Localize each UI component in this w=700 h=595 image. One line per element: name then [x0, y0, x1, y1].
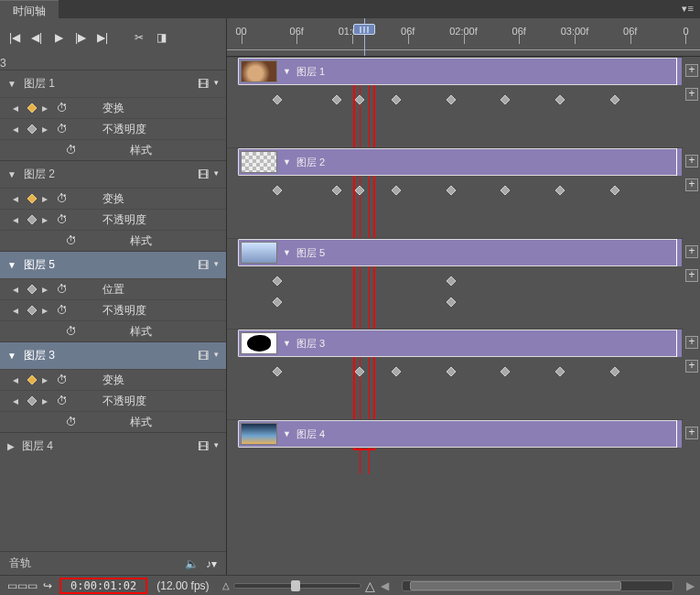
keyframe-lane[interactable]: [227, 265, 684, 287]
next-keyframe-icon[interactable]: ▸: [42, 123, 51, 135]
layer-header[interactable]: ▼图层 1🎞▾: [0, 70, 226, 97]
stopwatch-icon[interactable]: ⏱: [57, 192, 70, 205]
expand-caret-icon[interactable]: ▼: [7, 351, 16, 361]
property-row[interactable]: ⏱样式: [0, 230, 226, 251]
stopwatch-icon[interactable]: ⏱: [66, 416, 79, 428]
filmstrip-icon[interactable]: 🎞: [198, 350, 209, 362]
property-row[interactable]: ◂▸⏱不透明度: [0, 209, 226, 230]
track-lane[interactable]: ▼图层 3: [227, 329, 684, 356]
track-lane[interactable]: ▼图层 5: [227, 238, 684, 265]
split-clip-button[interactable]: ✂: [130, 28, 148, 47]
layer-header[interactable]: ▶图层 4🎞▾: [0, 432, 226, 460]
track-lane[interactable]: ▼图层 1: [227, 57, 684, 84]
prev-keyframe-icon[interactable]: ◂: [13, 192, 22, 205]
property-row[interactable]: ◂▸⏱位置: [0, 278, 226, 299]
keyframe-toggle[interactable]: [27, 396, 37, 406]
expand-caret-icon[interactable]: ▼: [7, 260, 16, 270]
keyframe-lane[interactable]: [227, 175, 684, 196]
property-row[interactable]: ⏱样式: [0, 320, 226, 341]
zoom-slider[interactable]: △ △: [222, 579, 375, 593]
filmstrip-icon[interactable]: 🎞: [198, 168, 209, 181]
prev-keyframe-icon[interactable]: ◂: [13, 213, 22, 226]
next-frame-button[interactable]: |▶: [71, 28, 90, 47]
prev-keyframe-icon[interactable]: ◂: [13, 395, 22, 407]
stopwatch-icon[interactable]: ⏱: [57, 373, 70, 386]
playhead-handle[interactable]: [353, 24, 375, 35]
keyframe-lane[interactable]: [227, 105, 684, 126]
stopwatch-icon[interactable]: ⏱: [57, 213, 70, 226]
keyframe-lane[interactable]: [227, 377, 684, 398]
keyframe-toggle[interactable]: [27, 306, 37, 315]
property-row[interactable]: ⏱样式: [0, 139, 226, 160]
music-icon[interactable]: ♪▾: [206, 557, 217, 570]
panel-menu-icon[interactable]: ▾≡: [682, 3, 695, 15]
keyframe-lane[interactable]: [227, 356, 684, 377]
loop-icon[interactable]: ↪: [43, 579, 52, 592]
zoom-in-icon[interactable]: △: [365, 579, 375, 593]
clip-caret-icon[interactable]: ▼: [283, 339, 291, 348]
goto-last-button[interactable]: ▶|: [93, 28, 112, 47]
next-keyframe-icon[interactable]: ▸: [42, 395, 51, 407]
play-button[interactable]: ▶: [49, 28, 68, 47]
transition-button[interactable]: ◨: [152, 28, 170, 47]
layer-header[interactable]: ▼图层 5🎞▾: [0, 251, 226, 278]
stopwatch-icon[interactable]: ⏱: [66, 234, 79, 247]
next-keyframe-icon[interactable]: ▸: [42, 283, 51, 296]
keyframe-lane[interactable]: [227, 308, 684, 329]
keyframe-lane[interactable]: [227, 196, 684, 217]
add-keyframe-button[interactable]: +: [685, 427, 698, 439]
next-keyframe-icon[interactable]: ▸: [42, 192, 51, 205]
keyframe-toggle[interactable]: [27, 103, 37, 113]
expand-caret-icon[interactable]: ▼: [7, 169, 16, 179]
panel-tab-timeline[interactable]: 时间轴: [0, 0, 59, 18]
clip-caret-icon[interactable]: ▼: [283, 429, 291, 438]
keyframe-toggle[interactable]: [27, 285, 37, 294]
stopwatch-icon[interactable]: ⏱: [57, 395, 70, 407]
next-keyframe-icon[interactable]: ▸: [42, 102, 51, 114]
stopwatch-icon[interactable]: ⏱: [57, 283, 70, 296]
next-keyframe-icon[interactable]: ▸: [42, 304, 51, 317]
stopwatch-icon[interactable]: ⏱: [66, 325, 79, 338]
audio-track-header[interactable]: 音轨 🔈 ♪▾: [0, 551, 226, 575]
filmstrip-icon[interactable]: 🎞: [198, 78, 209, 91]
clip-caret-icon[interactable]: ▼: [283, 248, 291, 257]
layer-menu-caret-icon[interactable]: ▾: [214, 259, 219, 272]
add-keyframe-button[interactable]: +: [685, 155, 698, 168]
add-keyframe-button[interactable]: +: [685, 178, 698, 191]
keyframe-lane[interactable]: [227, 287, 684, 308]
stopwatch-icon[interactable]: ⏱: [66, 144, 79, 157]
keyframe-lane[interactable]: [227, 126, 684, 147]
add-keyframe-button[interactable]: +: [685, 336, 698, 349]
keyframe-lane[interactable]: [227, 398, 684, 419]
zoom-out-icon[interactable]: △: [222, 580, 230, 590]
prev-keyframe-icon[interactable]: ◂: [13, 373, 22, 386]
prev-keyframe-icon[interactable]: ◂: [13, 102, 22, 114]
property-row[interactable]: ◂▸⏱不透明度: [0, 299, 226, 320]
prev-frame-button[interactable]: ◀|: [27, 28, 46, 47]
clip-caret-icon[interactable]: ▼: [283, 157, 291, 167]
expand-caret-icon[interactable]: ▶: [7, 441, 15, 451]
track-lane[interactable]: ▼图层 2: [227, 147, 684, 175]
expand-caret-icon[interactable]: ▼: [7, 79, 16, 89]
clip[interactable]: ▼图层 3: [238, 330, 682, 357]
frame-view-toggle[interactable]: ▭▭▭: [7, 579, 38, 592]
stopwatch-icon[interactable]: ⏱: [57, 102, 70, 114]
layer-menu-caret-icon[interactable]: ▾: [214, 350, 219, 362]
stopwatch-icon[interactable]: ⏱: [57, 304, 70, 317]
keyframe-toggle[interactable]: [27, 375, 37, 384]
prev-keyframe-icon[interactable]: ◂: [13, 123, 22, 135]
clip[interactable]: ▼图层 1: [238, 58, 682, 85]
time-ruler[interactable]: 0006f01:00f06f02:00f06f03:00f06f0: [227, 18, 700, 57]
framerate-label[interactable]: (12.00 fps): [156, 579, 209, 592]
add-keyframe-button[interactable]: +: [685, 360, 698, 373]
property-row[interactable]: ◂▸⏱变换: [0, 188, 226, 209]
clip-caret-icon[interactable]: ▼: [283, 67, 291, 76]
add-keyframe-button[interactable]: +: [685, 88, 698, 101]
add-keyframe-button[interactable]: +: [685, 64, 698, 77]
property-row[interactable]: ⏱样式: [0, 411, 226, 432]
property-row[interactable]: ◂▸⏱变换: [0, 369, 226, 390]
goto-first-button[interactable]: |◀: [5, 28, 24, 47]
volume-icon[interactable]: 🔈: [185, 557, 199, 570]
filmstrip-icon[interactable]: 🎞: [198, 259, 209, 272]
prev-keyframe-icon[interactable]: ◂: [13, 304, 22, 317]
